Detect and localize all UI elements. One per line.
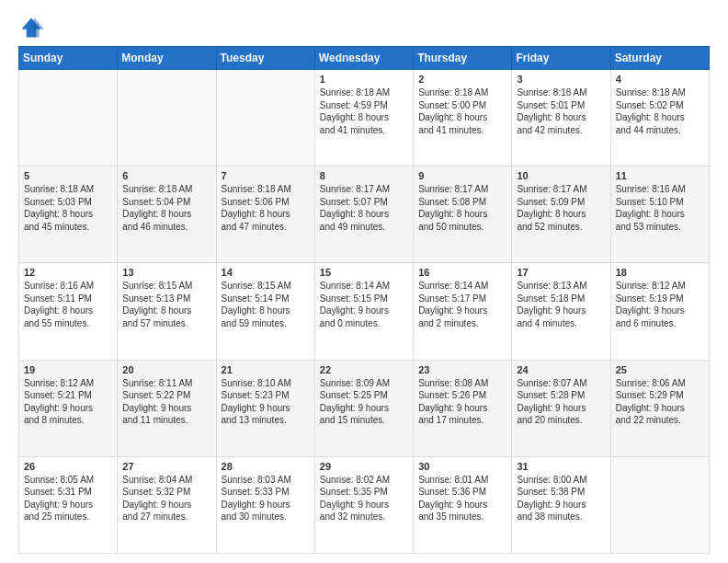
day-number: 31 xyxy=(517,461,605,472)
day-number: 12 xyxy=(24,267,112,278)
day-number: 2 xyxy=(418,74,506,85)
day-cell: 30Sunrise: 8:01 AM Sunset: 5:36 PM Dayli… xyxy=(414,456,512,553)
weekday-monday: Monday xyxy=(118,47,216,70)
logo xyxy=(18,15,48,40)
day-info: Sunrise: 8:14 AM Sunset: 5:17 PM Dayligh… xyxy=(418,280,506,329)
calendar-table: SundayMondayTuesdayWednesdayThursdayFrid… xyxy=(18,46,710,554)
day-cell: 31Sunrise: 8:00 AM Sunset: 5:38 PM Dayli… xyxy=(512,456,610,553)
day-number: 6 xyxy=(122,170,210,181)
day-cell: 27Sunrise: 8:04 AM Sunset: 5:32 PM Dayli… xyxy=(118,456,216,553)
day-number: 9 xyxy=(418,170,506,181)
day-cell: 29Sunrise: 8:02 AM Sunset: 5:35 PM Dayli… xyxy=(314,456,413,553)
day-info: Sunrise: 8:17 AM Sunset: 5:07 PM Dayligh… xyxy=(320,183,408,233)
day-number: 8 xyxy=(320,170,408,181)
day-number: 4 xyxy=(616,74,704,85)
day-info: Sunrise: 8:17 AM Sunset: 5:08 PM Dayligh… xyxy=(418,183,506,233)
day-info: Sunrise: 8:18 AM Sunset: 5:02 PM Dayligh… xyxy=(616,86,704,136)
day-info: Sunrise: 8:18 AM Sunset: 5:00 PM Dayligh… xyxy=(418,86,506,136)
day-number: 1 xyxy=(320,74,408,85)
weekday-sunday: Sunday xyxy=(19,47,118,70)
day-number: 17 xyxy=(517,267,605,278)
day-number: 16 xyxy=(418,267,506,278)
day-number: 15 xyxy=(320,267,408,278)
day-info: Sunrise: 8:16 AM Sunset: 5:11 PM Dayligh… xyxy=(24,280,112,329)
day-cell: 17Sunrise: 8:13 AM Sunset: 5:18 PM Dayli… xyxy=(512,263,610,360)
day-number: 7 xyxy=(222,170,310,181)
day-info: Sunrise: 8:07 AM Sunset: 5:28 PM Dayligh… xyxy=(517,377,605,427)
page: SundayMondayTuesdayWednesdayThursdayFrid… xyxy=(0,0,728,563)
day-number: 28 xyxy=(222,461,310,472)
day-info: Sunrise: 8:05 AM Sunset: 5:31 PM Dayligh… xyxy=(24,474,112,523)
week-row-4: 19Sunrise: 8:12 AM Sunset: 5:21 PM Dayli… xyxy=(19,360,710,456)
day-number: 11 xyxy=(616,170,704,181)
day-number: 24 xyxy=(517,364,605,375)
day-cell: 4Sunrise: 8:18 AM Sunset: 5:02 PM Daylig… xyxy=(610,70,709,167)
day-cell xyxy=(19,70,118,167)
day-info: Sunrise: 8:14 AM Sunset: 5:15 PM Dayligh… xyxy=(320,280,408,329)
day-cell: 11Sunrise: 8:16 AM Sunset: 5:10 PM Dayli… xyxy=(610,167,709,263)
day-info: Sunrise: 8:12 AM Sunset: 5:19 PM Dayligh… xyxy=(616,280,704,329)
day-info: Sunrise: 8:17 AM Sunset: 5:09 PM Dayligh… xyxy=(517,183,605,233)
day-cell: 20Sunrise: 8:11 AM Sunset: 5:22 PM Dayli… xyxy=(118,360,216,456)
week-row-2: 5Sunrise: 8:18 AM Sunset: 5:03 PM Daylig… xyxy=(19,167,710,263)
day-number: 20 xyxy=(122,364,210,375)
header xyxy=(18,15,710,40)
weekday-thursday: Thursday xyxy=(414,47,512,70)
week-row-5: 26Sunrise: 8:05 AM Sunset: 5:31 PM Dayli… xyxy=(19,456,710,553)
day-cell xyxy=(216,70,314,167)
day-info: Sunrise: 8:18 AM Sunset: 5:01 PM Dayligh… xyxy=(517,86,605,136)
logo-icon xyxy=(18,15,44,40)
day-cell xyxy=(610,456,709,553)
day-cell: 6Sunrise: 8:18 AM Sunset: 5:04 PM Daylig… xyxy=(118,167,216,263)
day-cell: 18Sunrise: 8:12 AM Sunset: 5:19 PM Dayli… xyxy=(610,263,709,360)
day-number: 19 xyxy=(24,364,112,375)
day-cell: 9Sunrise: 8:17 AM Sunset: 5:08 PM Daylig… xyxy=(414,167,512,263)
day-info: Sunrise: 8:04 AM Sunset: 5:32 PM Dayligh… xyxy=(122,474,210,523)
day-number: 26 xyxy=(24,461,112,472)
day-info: Sunrise: 8:15 AM Sunset: 5:13 PM Dayligh… xyxy=(122,280,210,329)
day-number: 10 xyxy=(517,170,605,181)
day-cell: 28Sunrise: 8:03 AM Sunset: 5:33 PM Dayli… xyxy=(216,456,314,553)
day-number: 29 xyxy=(320,461,408,472)
day-cell: 3Sunrise: 8:18 AM Sunset: 5:01 PM Daylig… xyxy=(512,70,610,167)
day-cell: 19Sunrise: 8:12 AM Sunset: 5:21 PM Dayli… xyxy=(19,360,118,456)
day-cell: 14Sunrise: 8:15 AM Sunset: 5:14 PM Dayli… xyxy=(216,263,314,360)
day-number: 18 xyxy=(616,267,704,278)
day-info: Sunrise: 8:01 AM Sunset: 5:36 PM Dayligh… xyxy=(418,474,506,523)
day-number: 3 xyxy=(517,74,605,85)
day-info: Sunrise: 8:18 AM Sunset: 4:59 PM Dayligh… xyxy=(320,86,408,136)
day-cell: 12Sunrise: 8:16 AM Sunset: 5:11 PM Dayli… xyxy=(19,263,118,360)
weekday-tuesday: Tuesday xyxy=(216,47,314,70)
day-info: Sunrise: 8:11 AM Sunset: 5:22 PM Dayligh… xyxy=(122,377,210,427)
day-cell: 15Sunrise: 8:14 AM Sunset: 5:15 PM Dayli… xyxy=(314,263,413,360)
day-number: 22 xyxy=(320,364,408,375)
day-cell: 25Sunrise: 8:06 AM Sunset: 5:29 PM Dayli… xyxy=(610,360,709,456)
day-info: Sunrise: 8:15 AM Sunset: 5:14 PM Dayligh… xyxy=(222,280,310,329)
day-info: Sunrise: 8:00 AM Sunset: 5:38 PM Dayligh… xyxy=(517,474,605,523)
weekday-header-row: SundayMondayTuesdayWednesdayThursdayFrid… xyxy=(19,47,710,70)
day-number: 13 xyxy=(122,267,210,278)
day-info: Sunrise: 8:18 AM Sunset: 5:06 PM Dayligh… xyxy=(222,183,310,233)
day-cell: 26Sunrise: 8:05 AM Sunset: 5:31 PM Dayli… xyxy=(19,456,118,553)
day-cell xyxy=(118,70,216,167)
day-cell: 2Sunrise: 8:18 AM Sunset: 5:00 PM Daylig… xyxy=(414,70,512,167)
day-cell: 23Sunrise: 8:08 AM Sunset: 5:26 PM Dayli… xyxy=(414,360,512,456)
day-cell: 8Sunrise: 8:17 AM Sunset: 5:07 PM Daylig… xyxy=(314,167,413,263)
day-info: Sunrise: 8:13 AM Sunset: 5:18 PM Dayligh… xyxy=(517,280,605,329)
weekday-wednesday: Wednesday xyxy=(314,47,413,70)
week-row-1: 1Sunrise: 8:18 AM Sunset: 4:59 PM Daylig… xyxy=(19,70,710,167)
day-info: Sunrise: 8:02 AM Sunset: 5:35 PM Dayligh… xyxy=(320,474,408,523)
day-cell: 5Sunrise: 8:18 AM Sunset: 5:03 PM Daylig… xyxy=(19,167,118,263)
day-cell: 10Sunrise: 8:17 AM Sunset: 5:09 PM Dayli… xyxy=(512,167,610,263)
day-cell: 24Sunrise: 8:07 AM Sunset: 5:28 PM Dayli… xyxy=(512,360,610,456)
day-info: Sunrise: 8:10 AM Sunset: 5:23 PM Dayligh… xyxy=(222,377,310,427)
day-cell: 1Sunrise: 8:18 AM Sunset: 4:59 PM Daylig… xyxy=(314,70,413,167)
day-number: 14 xyxy=(222,267,310,278)
day-info: Sunrise: 8:18 AM Sunset: 5:04 PM Dayligh… xyxy=(122,183,210,233)
day-number: 30 xyxy=(418,461,506,472)
day-info: Sunrise: 8:06 AM Sunset: 5:29 PM Dayligh… xyxy=(616,377,704,427)
day-cell: 7Sunrise: 8:18 AM Sunset: 5:06 PM Daylig… xyxy=(216,167,314,263)
weekday-saturday: Saturday xyxy=(610,47,709,70)
day-cell: 13Sunrise: 8:15 AM Sunset: 5:13 PM Dayli… xyxy=(118,263,216,360)
week-row-3: 12Sunrise: 8:16 AM Sunset: 5:11 PM Dayli… xyxy=(19,263,710,360)
